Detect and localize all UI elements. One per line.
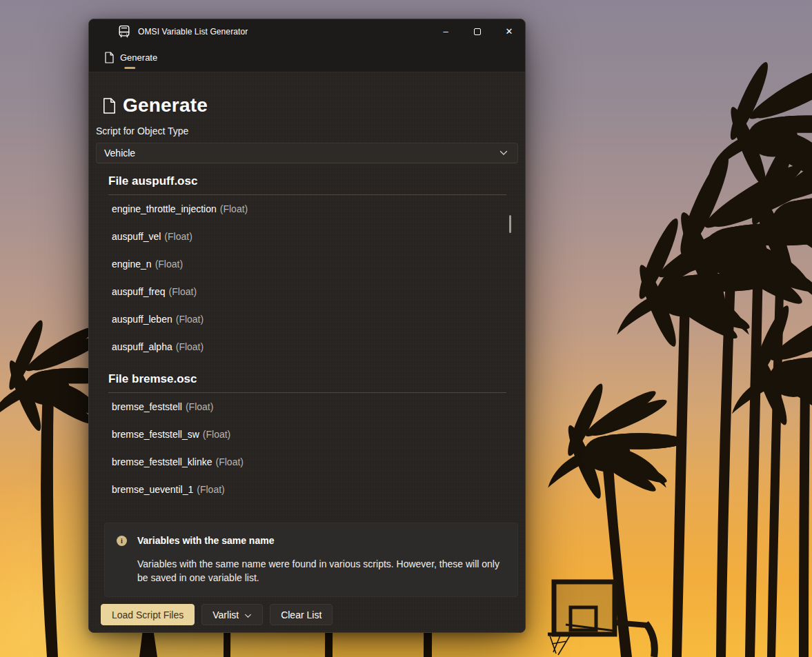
section-title: File bremse.osc: [108, 371, 506, 386]
minimize-icon: –: [443, 26, 448, 37]
close-icon: ✕: [506, 26, 513, 37]
variable-name: auspuff_vel: [112, 231, 161, 242]
variable-row: engine_throttle_injection (Float): [108, 195, 506, 223]
variable-row: engine_n (Float): [108, 250, 506, 278]
variable-row: auspuff_leben (Float): [108, 305, 506, 333]
variable-name: bremse_feststell_klinke: [112, 456, 212, 467]
section-title: File auspuff.osc: [108, 173, 506, 188]
maximize-button[interactable]: [462, 19, 493, 43]
variable-name: bremse_feststell_sw: [112, 429, 199, 440]
variable-type: (Float): [169, 286, 197, 297]
info-bar: i Variables with the same name Variables…: [104, 523, 518, 597]
info-icon: i: [117, 536, 127, 546]
variable-type: (Float): [220, 203, 248, 214]
variable-type: (Float): [216, 456, 244, 467]
dropdown-selected-value: Vehicle: [104, 148, 135, 159]
variable-row: auspuff_vel (Float): [108, 223, 506, 250]
variable-type: (Float): [197, 484, 224, 495]
file-section: File auspuff.osc engine_throttle_injecti…: [108, 173, 506, 361]
variable-type: (Float): [176, 341, 204, 352]
maximize-icon: [474, 28, 481, 35]
page-heading: Generate: [102, 93, 525, 118]
titlebar[interactable]: OMSI Variable List Generator – ✕: [89, 19, 525, 43]
variable-name: engine_n: [112, 259, 152, 270]
variable-name: auspuff_leben: [112, 314, 172, 325]
variable-row: bremse_ueventil_1 (Float): [108, 476, 506, 503]
bus-icon: [117, 24, 132, 39]
section-items: bremse_feststell (Float) bremse_feststel…: [108, 393, 506, 503]
variable-type: (Float): [155, 259, 183, 270]
load-script-files-button[interactable]: Load Script Files: [101, 604, 195, 625]
object-type-label: Script for Object Type: [96, 125, 525, 137]
variable-type: (Float): [186, 401, 213, 412]
tab-generate[interactable]: Generate: [89, 43, 167, 72]
object-type-dropdown[interactable]: Vehicle: [96, 143, 518, 163]
minimize-button[interactable]: –: [430, 19, 462, 43]
variable-name: auspuff_alpha: [112, 341, 172, 352]
window-controls: – ✕: [430, 19, 525, 43]
variable-row: bremse_feststell_klinke (Float): [108, 448, 506, 476]
clear-list-button[interactable]: Clear List: [270, 604, 333, 625]
window-title: OMSI Variable List Generator: [138, 27, 248, 37]
close-button[interactable]: ✕: [493, 19, 525, 43]
variable-type: (Float): [164, 231, 192, 242]
scrollbar-thumb[interactable]: [509, 215, 511, 233]
document-icon: [104, 52, 115, 63]
document-icon-large: [102, 97, 117, 114]
chevron-down-icon: [499, 150, 508, 156]
variable-name: bremse_ueventil_1: [112, 484, 193, 495]
active-tab-indicator: [124, 67, 135, 69]
tab-label: Generate: [120, 52, 157, 63]
variable-type: (Float): [203, 429, 230, 440]
chevron-down-icon: [244, 609, 252, 620]
basketball-hoop: [548, 582, 655, 657]
variable-name: engine_throttle_injection: [112, 203, 217, 214]
variable-row: bremse_feststell_sw (Float): [108, 421, 506, 448]
variable-name: auspuff_freq: [112, 286, 166, 297]
varlist-button-label: Varlist: [212, 609, 239, 620]
info-text: Variables with the same name Variables w…: [137, 535, 506, 596]
variable-type: (Float): [176, 314, 204, 325]
app-window: OMSI Variable List Generator – ✕ Generat…: [88, 19, 526, 633]
variable-row: auspuff_alpha (Float): [108, 333, 506, 361]
variable-list[interactable]: File auspuff.osc engine_throttle_injecti…: [89, 172, 525, 519]
varlist-button[interactable]: Varlist: [201, 604, 263, 625]
footer-toolbar: Load Script Files Varlist Clear List: [101, 604, 525, 625]
generate-page: Generate Script for Object Type Vehicle …: [89, 72, 525, 632]
page-title: Generate: [123, 94, 208, 117]
section-items: engine_throttle_injection (Float) auspuf…: [108, 195, 506, 361]
file-section: File bremse.osc bremse_feststell (Float)…: [108, 371, 506, 503]
tab-bar: Generate: [89, 43, 525, 72]
variable-row: auspuff_freq (Float): [108, 278, 506, 305]
variable-row: bremse_feststell (Float): [108, 393, 506, 421]
info-title: Variables with the same name: [137, 535, 506, 546]
variable-name: bremse_feststell: [112, 401, 182, 412]
info-body: Variables with the same name were found …: [137, 558, 506, 585]
